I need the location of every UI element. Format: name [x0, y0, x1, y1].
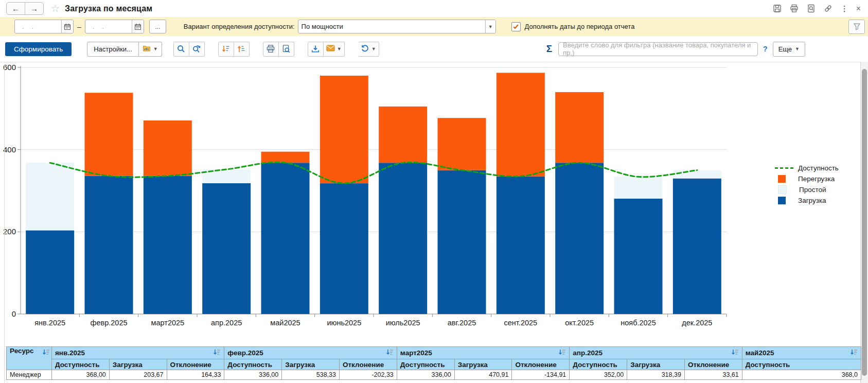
- value-cell[interactable]: 318,39: [627, 370, 685, 380]
- x-axis-label: дек.2025: [682, 319, 712, 327]
- bar-segment-Загрузка: [26, 230, 74, 314]
- report-frame-border: [4, 65, 5, 383]
- value-cell[interactable]: 336,00: [224, 370, 282, 380]
- bar-segment-Загрузка: [673, 179, 721, 314]
- download-icon[interactable]: [308, 42, 324, 57]
- append-dates-label: Дополнять даты до периода отчета: [525, 23, 635, 30]
- value-cell[interactable]: 538,33: [282, 370, 340, 380]
- value-cell[interactable]: 470,91: [454, 370, 512, 380]
- sort-desc-icon[interactable]: [218, 42, 234, 57]
- date-to-field[interactable]: . .: [85, 20, 144, 33]
- value-cell[interactable]: 33,61: [684, 370, 742, 380]
- sub-column-header[interactable]: Отклонение: [167, 359, 224, 370]
- bar-segment-Перегрузка: [555, 92, 604, 163]
- value-cell[interactable]: 164,33: [167, 370, 224, 380]
- scrollbar-thumb[interactable]: [862, 69, 867, 376]
- settings-button[interactable]: Настройки...: [87, 42, 139, 57]
- search-cancel-icon[interactable]: [189, 42, 205, 57]
- sort-asc-icon[interactable]: [234, 42, 250, 57]
- sub-column-header[interactable]: Доступность: [51, 359, 109, 370]
- forward-button[interactable]: →: [25, 3, 43, 14]
- page-title: Загрузка по месяцам: [65, 4, 152, 13]
- append-dates-checkbox[interactable]: Дополнять даты до периода отчета: [511, 22, 635, 31]
- mail-button[interactable]: ▼: [324, 42, 345, 57]
- sub-column-header[interactable]: Отклонение: [339, 359, 397, 370]
- sort-icon[interactable]: [386, 349, 394, 357]
- y-axis-tick: 400: [3, 145, 16, 154]
- month-group-header[interactable]: апр.2025: [570, 347, 742, 359]
- sort-icon[interactable]: [850, 349, 858, 357]
- quick-filter-input[interactable]: Введите слово для фильтра (название това…: [558, 42, 758, 56]
- search-icon[interactable]: [173, 42, 189, 57]
- x-axis-label: март2025: [151, 319, 184, 327]
- generate-button[interactable]: Сформировать: [5, 42, 72, 56]
- close-icon[interactable]: ×: [856, 4, 861, 13]
- bar-segment-Простой: [26, 163, 74, 230]
- value-cell[interactable]: -202,33: [339, 370, 397, 380]
- more-actions-button[interactable]: Еще ▼: [773, 42, 805, 57]
- link-icon[interactable]: [824, 4, 833, 13]
- vertical-scrollbar[interactable]: [860, 62, 868, 383]
- print-icon[interactable]: [790, 4, 799, 13]
- print-icon[interactable]: [263, 42, 279, 57]
- sub-column-header[interactable]: Отклонение: [512, 359, 570, 370]
- availability-option-combo[interactable]: По мощности ▼: [298, 20, 496, 33]
- sub-column-header[interactable]: Доступность: [224, 359, 282, 370]
- undo-button[interactable]: ▼: [358, 42, 379, 57]
- more-icon[interactable]: ⋮: [841, 4, 848, 13]
- help-link[interactable]: ?: [763, 45, 768, 53]
- sort-icon[interactable]: [213, 349, 221, 357]
- x-axis-label: авг.2025: [448, 319, 476, 327]
- sub-column-header[interactable]: Загрузка: [627, 359, 685, 370]
- resource-cell[interactable]: Менеджер: [7, 370, 52, 380]
- sub-column-header[interactable]: Доступность: [742, 359, 861, 370]
- availability-option-value[interactable]: По мощности: [298, 20, 485, 33]
- date-more-button[interactable]: ...: [149, 20, 166, 33]
- date-from-value[interactable]: . .: [15, 20, 61, 33]
- sub-column-header[interactable]: Доступность: [397, 359, 454, 370]
- chevron-down-icon[interactable]: ▼: [485, 20, 495, 33]
- favorite-star-icon[interactable]: ☆: [51, 3, 60, 14]
- back-button[interactable]: ←: [7, 3, 25, 14]
- bar-segment-Загрузка: [555, 163, 604, 314]
- y-axis-tick: 200: [3, 227, 16, 236]
- value-cell[interactable]: 368,00: [51, 370, 109, 380]
- checkbox-checked-icon[interactable]: [511, 22, 521, 31]
- sub-column-header[interactable]: Загрузка: [109, 359, 167, 370]
- x-axis-label: июнь2025: [327, 319, 361, 327]
- x-axis-label: окт.2025: [565, 319, 594, 327]
- legend-item: Перегрузка: [775, 173, 865, 184]
- value-cell[interactable]: -134,91: [512, 370, 570, 380]
- value-cell[interactable]: 368,0: [742, 370, 861, 380]
- sub-column-header[interactable]: Доступность: [570, 359, 627, 370]
- preview-icon[interactable]: [807, 4, 816, 13]
- legend-item: Простой: [775, 184, 865, 195]
- totals-sigma-icon[interactable]: Σ: [546, 43, 552, 55]
- month-group-header[interactable]: февр.2025: [224, 347, 397, 359]
- month-group-header[interactable]: янв.2025: [51, 347, 224, 359]
- sub-column-header[interactable]: Отклонение: [684, 359, 742, 370]
- month-group-header[interactable]: май2025: [742, 347, 861, 359]
- report-variants-button[interactable]: ▼: [139, 42, 162, 57]
- window-actions: ⋮ ×: [773, 4, 868, 13]
- save-icon[interactable]: [773, 4, 782, 13]
- bar-segment-Простой: [673, 170, 721, 179]
- calendar-icon[interactable]: [61, 20, 73, 33]
- sub-column-header[interactable]: Загрузка: [282, 359, 340, 370]
- legend-label: Простой: [799, 186, 826, 194]
- month-group-header[interactable]: март2025: [397, 347, 569, 359]
- value-cell[interactable]: 352,00: [570, 370, 627, 380]
- legend-item: Загрузка: [775, 195, 865, 206]
- sub-column-header[interactable]: Загрузка: [454, 359, 512, 370]
- date-from-field[interactable]: . .: [14, 20, 74, 33]
- sort-icon[interactable]: [558, 349, 566, 357]
- sort-icon[interactable]: [731, 349, 739, 357]
- print-preview-icon[interactable]: [279, 42, 294, 57]
- sort-icon[interactable]: [42, 349, 50, 357]
- value-cell[interactable]: 203,67: [109, 370, 167, 380]
- calendar-icon[interactable]: [132, 20, 144, 33]
- resource-column-header[interactable]: Ресурс: [7, 347, 52, 370]
- filter-funnel-button[interactable]: [848, 20, 865, 34]
- date-to-value[interactable]: . .: [85, 20, 132, 33]
- value-cell[interactable]: 336,00: [397, 370, 454, 380]
